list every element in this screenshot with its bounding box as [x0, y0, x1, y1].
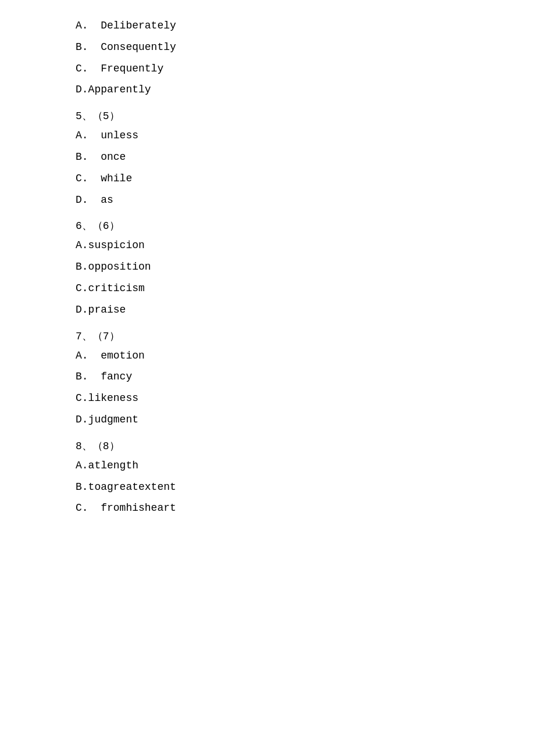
question-5-number: 5、（5） [76, 109, 535, 123]
question-4-options: A. Deliberately B. Consequently C. Frequ… [76, 17, 535, 98]
option-8a: A.atlength [76, 457, 535, 474]
option-5b: B. once [76, 149, 535, 166]
option-7c: C.likeness [76, 390, 535, 407]
option-6a: A.suspicion [76, 237, 535, 254]
option-5d: D. as [76, 192, 535, 209]
option-6d: D.praise [76, 302, 535, 318]
option-label: D.Apparently [76, 84, 151, 95]
option-7b: B. fancy [76, 368, 535, 385]
option-label: C. Frequently [76, 63, 163, 74]
option-5c: C. while [76, 170, 535, 187]
option-4c: C. Frequently [76, 60, 535, 77]
option-6c: C.criticism [76, 280, 535, 297]
option-7a: A. emotion [76, 347, 535, 364]
option-6b: B.opposition [76, 259, 535, 275]
question-7-number: 7、（7） [76, 329, 535, 343]
option-4b: B. Consequently [76, 39, 535, 56]
option-7d: D.judgment [76, 411, 535, 428]
option-8c: C. fromhisheart [76, 500, 535, 517]
option-8b: B.toagreatextent [76, 479, 535, 496]
option-4d: D.Apparently [76, 81, 535, 98]
question-6-number: 6、（6） [76, 218, 535, 232]
quiz-container: A. Deliberately B. Consequently C. Frequ… [76, 17, 535, 517]
option-4a: A. Deliberately [76, 17, 535, 34]
option-5a: A. unless [76, 127, 535, 144]
question-8-number: 8、（8） [76, 439, 535, 453]
question-6: 6、（6） A.suspicion B.opposition C.critici… [76, 218, 535, 318]
question-8: 8、（8） A.atlength B.toagreatextent C. fro… [76, 439, 535, 517]
option-label: A. Deliberately [76, 20, 176, 31]
question-7: 7、（7） A. emotion B. fancy C.likeness D.j… [76, 329, 535, 428]
option-label: B. Consequently [76, 41, 176, 53]
question-5: 5、（5） A. unless B. once C. while D. as [76, 109, 535, 208]
